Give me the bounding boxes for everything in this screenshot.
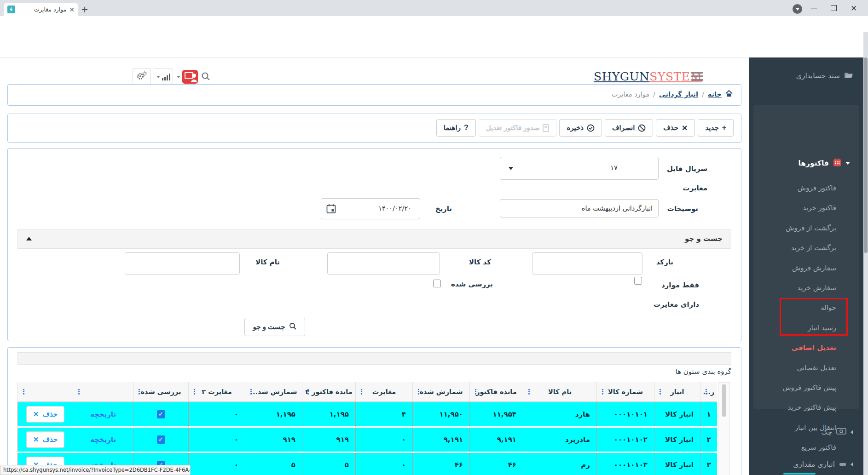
hamburger-menu-icon[interactable]	[691, 72, 703, 83]
x-icon: ✕	[33, 410, 39, 418]
sidebar-item-0[interactable]: فاکتور فروش	[798, 184, 836, 192]
column-header-del[interactable]: ⋮	[17, 382, 73, 402]
sidebar-item-quantity-inventory[interactable]: انباری مقداری	[749, 458, 863, 471]
column-menu-icon[interactable]: ⋮	[20, 388, 27, 396]
column-header-store[interactable]: ⋮انبار	[654, 382, 700, 402]
select-caret-icon	[509, 167, 513, 170]
sidebar-item-11[interactable]: پیش فاکتور خرید	[788, 403, 836, 412]
app-logo[interactable]: SHYGUNSYSTEM	[594, 70, 683, 83]
save-button[interactable]: ذخیره	[559, 119, 602, 137]
search-button[interactable]: جست و جو	[244, 318, 305, 336]
column-header-remain[interactable]: ⋮مانده فاکتور	[469, 382, 523, 402]
reports-dropdown-button[interactable]	[154, 68, 173, 86]
sidebar-item-10[interactable]: پیش فاکتور فروش	[782, 383, 836, 392]
sidebar-item-4[interactable]: سفارش فروش	[792, 264, 836, 272]
header-search-icon[interactable]	[201, 72, 210, 83]
question-icon: ?	[464, 124, 469, 132]
delete-button[interactable]: ✕حذف	[656, 119, 695, 137]
reviewed-checkbox-checked[interactable]: ✓	[157, 435, 165, 444]
sidebar-item-accounting-doc[interactable]: سند حسابداری	[749, 69, 863, 83]
home-icon[interactable]	[725, 90, 733, 98]
sidebar-item-9[interactable]: تعدیل نقصانی	[797, 364, 836, 372]
column-menu-icon[interactable]: ⋮	[358, 388, 365, 396]
history-link[interactable]: تاریخچه	[90, 435, 116, 444]
column-menu-icon[interactable]: ⋮	[599, 388, 606, 396]
search-section-title: جست و جو	[685, 235, 723, 243]
grid-scrollbar[interactable]	[718, 382, 730, 475]
row-delete-button[interactable]: حذف✕	[26, 406, 64, 423]
column-menu-icon[interactable]: ⋮	[703, 388, 710, 396]
column-menu-icon[interactable]: ⋮	[472, 388, 479, 396]
column-header-counted2[interactable]: ⋮شمارش شد...	[245, 382, 302, 402]
sidebar-item-1[interactable]: فاکتور خرید	[803, 204, 836, 212]
column-label: مانده فاکتور	[476, 388, 517, 395]
help-button[interactable]: ?راهنما	[436, 119, 476, 137]
history-link[interactable]: تاریخچه	[90, 410, 116, 418]
column-menu-icon[interactable]: ⋮	[305, 388, 312, 396]
column-label: مانده فاکتور ۲	[305, 388, 353, 395]
table-row: ۱انبار کالا۰۰۰۱۰۱۰۱هارد۱۱,۹۵۴۱۱,۹۵۰۴۱,۱۹…	[17, 402, 717, 428]
reviewed-checkbox-checked[interactable]: ✓	[157, 410, 165, 418]
scrollbar-thumb[interactable]	[864, 57, 868, 253]
browser-tab[interactable]: موارد مغایرت ✕	[4, 3, 78, 16]
column-header-reviewed[interactable]: ⋮بررسی شده	[133, 382, 188, 402]
cell-store: انبار کالا	[654, 402, 700, 428]
check-circle-icon	[587, 124, 595, 132]
reviewed-checkbox[interactable]	[433, 280, 441, 287]
collapse-triangle-icon[interactable]	[26, 237, 32, 240]
serial-file-select[interactable]: ۱۷	[500, 157, 659, 180]
description-input[interactable]	[500, 199, 659, 217]
page-scrollbar[interactable]	[863, 32, 868, 475]
column-menu-icon[interactable]: ⋮	[75, 388, 82, 396]
column-label: شماره کالا	[608, 388, 643, 395]
group-panel-label[interactable]: گروه بندی ستون ها	[468, 367, 731, 376]
sidebar-item-3[interactable]: برگشت از خرید	[791, 244, 836, 252]
only-diff-checkbox[interactable]	[634, 277, 642, 285]
sidebar-item-cheque[interactable]: ۱ چک	[749, 425, 863, 439]
column-menu-icon[interactable]: ⋮	[526, 388, 532, 396]
screen: موارد مغایرت ✕ + — ✕ ← → ca.shygunsys.ne…	[0, 0, 868, 475]
new-tab-button[interactable]: +	[81, 4, 88, 14]
issue-adjustment-invoice-button[interactable]: صدور فاکتور تعدیل	[479, 119, 557, 137]
column-header-diff[interactable]: ⋮مغایرت	[355, 382, 412, 402]
new-button[interactable]: +جدید	[698, 119, 734, 137]
calendar-icon[interactable]	[326, 204, 336, 216]
sidebar-item-2[interactable]: برگشت از فروش	[786, 224, 836, 232]
barcode-input[interactable]	[532, 252, 642, 275]
column-menu-icon[interactable]: ⋮	[657, 388, 664, 396]
column-header-diff2[interactable]: ⋮مغایرت ۲	[188, 382, 245, 402]
tab-close-icon[interactable]: ✕	[69, 6, 75, 13]
sidebar-item-8[interactable]: تعدیل اضافی	[792, 343, 836, 352]
column-header-rownum[interactable]: ⋮ر...	[700, 382, 717, 402]
column-header-history[interactable]: ⋮	[73, 382, 133, 402]
item-code-input[interactable]	[327, 252, 440, 275]
window-minimize-button[interactable]: —	[810, 4, 817, 12]
settings-button[interactable]	[133, 68, 151, 86]
breadcrumb-home-link[interactable]: خانه	[708, 91, 722, 98]
window-close-button[interactable]: ✕	[851, 4, 857, 13]
column-header-counted[interactable]: ⋮شمارش شده	[412, 382, 469, 402]
column-menu-icon[interactable]: ⋮	[136, 388, 143, 396]
sidebar-group-invoices[interactable]: فاکتورها	[753, 156, 859, 170]
sidebar-item-13[interactable]: فاکتور سریع	[801, 443, 836, 452]
browser-update-icon[interactable]	[793, 4, 802, 14]
cell-name: مادربرد	[523, 428, 596, 453]
column-header-code[interactable]: ⋮شماره کالا	[596, 382, 654, 402]
column-menu-icon[interactable]: ⋮	[191, 388, 198, 396]
breadcrumb-section-link[interactable]: انبار گردانی	[659, 91, 698, 98]
column-menu-icon[interactable]: ⋮	[415, 388, 422, 396]
cell-remain2: ۵	[302, 453, 355, 475]
item-name-input[interactable]	[125, 252, 240, 275]
cell-remain: ۹,۱۹۱	[469, 428, 523, 453]
window-maximize-button[interactable]	[831, 5, 837, 11]
date-input[interactable]: ۱۴۰۰/۰۲/۲۰	[321, 198, 420, 219]
column-header-remain2[interactable]: ⋮مانده فاکتور ۲	[302, 382, 355, 402]
cell-counted: ۱۱,۹۵۰	[412, 402, 469, 428]
remote-support-dropdown-button[interactable]	[176, 68, 199, 86]
row-delete-button[interactable]: حذف✕	[26, 431, 64, 448]
column-header-name[interactable]: ⋮نام کالا	[523, 382, 596, 402]
search-section-header[interactable]: جست و جو	[17, 229, 731, 249]
sidebar-item-5[interactable]: سفارش خرید	[797, 284, 836, 292]
cancel-button[interactable]: انصراف	[605, 119, 653, 137]
column-menu-icon[interactable]: ⋮	[248, 388, 255, 396]
